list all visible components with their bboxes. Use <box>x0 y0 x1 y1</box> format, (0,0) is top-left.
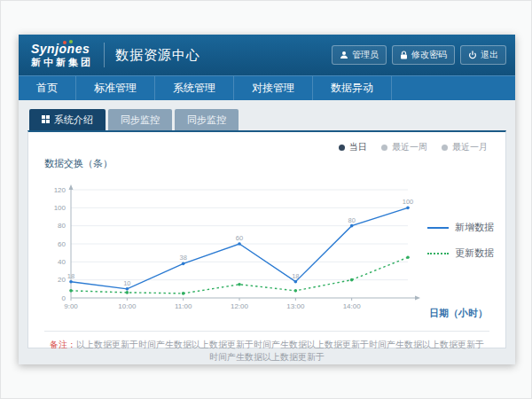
svg-text:10: 10 <box>123 279 130 287</box>
desktop-background: Synjones 新中新集团 数据资源中心 管理员 修改密码 <box>0 0 532 399</box>
tab-bar: 系统介绍 同步监控 同步监控 <box>27 109 506 130</box>
solid-line-swatch-icon <box>427 227 449 229</box>
period-filter-label: 最近一月 <box>452 141 488 153</box>
chart-panel: 当日 最近一周 最近一月 数据交换（条） 0204060801001209:00… <box>27 130 506 348</box>
app-window: Synjones 新中新集团 数据资源中心 管理员 修改密码 <box>19 35 515 364</box>
svg-text:38: 38 <box>179 254 186 262</box>
admin-user-button[interactable]: 管理员 <box>332 45 387 65</box>
main-nav: 首页 标准管理 系统管理 对接管理 数据异动 <box>19 75 515 100</box>
svg-text:18: 18 <box>67 272 74 280</box>
nav-item-home[interactable]: 首页 <box>19 76 76 100</box>
svg-text:12:00: 12:00 <box>231 302 249 310</box>
svg-text:120: 120 <box>54 186 66 194</box>
series-label: 更新数据 <box>455 246 494 260</box>
logout-button[interactable]: 退出 <box>460 45 506 65</box>
grid-icon <box>42 114 50 125</box>
dot-icon <box>442 145 448 151</box>
period-filter-label: 当日 <box>349 141 367 153</box>
svg-text:60: 60 <box>58 240 66 248</box>
header: Synjones 新中新集团 数据资源中心 管理员 修改密码 <box>19 35 515 75</box>
period-filter-last-month[interactable]: 最近一月 <box>442 141 488 153</box>
svg-text:100: 100 <box>54 204 66 212</box>
change-password-label: 修改密码 <box>411 49 447 61</box>
series-label: 新增数据 <box>455 221 494 234</box>
svg-text:80: 80 <box>58 222 66 230</box>
dotted-line-swatch-icon <box>427 253 449 254</box>
logo-green-dot-icon <box>69 40 73 43</box>
logout-label: 退出 <box>481 49 498 61</box>
logo-subtext: 新中新集团 <box>31 58 93 68</box>
period-filter-last-week[interactable]: 最近一周 <box>381 141 427 153</box>
svg-text:14:00: 14:00 <box>343 302 362 310</box>
page-title: 数据资源中心 <box>115 47 200 64</box>
tab-sync-monitor-1[interactable]: 同步监控 <box>108 109 172 130</box>
tab-label: 同步监控 <box>187 113 226 127</box>
content-area: 系统介绍 同步监控 同步监控 当日 最 <box>19 100 515 364</box>
lock-icon <box>400 51 408 59</box>
nav-item-data-changes[interactable]: 数据异动 <box>313 76 392 100</box>
logo: Synjones 新中新集团 <box>27 43 93 67</box>
period-filter-today[interactable]: 当日 <box>339 141 367 153</box>
logo-text: Synjones <box>31 42 90 56</box>
period-filter-label: 最近一周 <box>392 141 427 153</box>
line-chart: 0204060801001209:0010:0011:0012:0013:001… <box>41 172 424 321</box>
tab-label: 同步监控 <box>121 113 160 127</box>
admin-user-label: 管理员 <box>352 49 379 61</box>
power-icon <box>468 51 477 59</box>
tab-label: 系统介绍 <box>54 113 93 127</box>
svg-text:9:00: 9:00 <box>64 302 78 310</box>
divider <box>44 331 489 332</box>
footnote-text: 以上数据更新于时间产生数据以上数据更新于时间产生数据以上数据更新于时间产生数据以… <box>76 340 484 362</box>
legend-item-updated-data: 更新数据 <box>427 246 494 260</box>
svg-text:0: 0 <box>62 294 66 302</box>
y-axis-title: 数据交换（条） <box>44 157 493 170</box>
period-filter-legend: 当日 最近一周 最近一月 <box>41 137 493 153</box>
dot-icon <box>339 145 345 151</box>
user-icon <box>340 51 348 59</box>
svg-text:20: 20 <box>58 276 66 284</box>
dot-icon <box>381 145 387 151</box>
svg-text:18: 18 <box>292 272 299 280</box>
legend-item-new-data: 新增数据 <box>427 221 494 234</box>
footnote-label: 备注： <box>50 340 76 349</box>
svg-text:13:00: 13:00 <box>286 302 305 310</box>
svg-text:11:00: 11:00 <box>175 302 192 310</box>
chart-row: 0204060801001209:0010:0011:0012:0013:001… <box>41 172 493 321</box>
footnote: 备注：以上数据更新于时间产生数据以上数据更新于时间产生数据以上数据更新于时间产生… <box>41 339 493 364</box>
nav-item-integration-mgmt[interactable]: 对接管理 <box>234 76 313 100</box>
tab-sync-monitor-2[interactable]: 同步监控 <box>175 109 239 130</box>
header-divider <box>104 43 105 67</box>
nav-item-standard-mgmt[interactable]: 标准管理 <box>76 76 155 100</box>
series-legend: 新增数据 更新数据 <box>427 221 494 260</box>
svg-text:100: 100 <box>403 198 414 206</box>
change-password-button[interactable]: 修改密码 <box>392 45 455 65</box>
svg-text:60: 60 <box>236 234 243 242</box>
svg-text:40: 40 <box>58 258 66 266</box>
svg-text:80: 80 <box>348 216 355 224</box>
logo-red-dot-icon <box>63 41 66 44</box>
logo-wordmark: Synjones <box>31 43 93 56</box>
svg-text:10:00: 10:00 <box>118 302 137 310</box>
nav-item-system-mgmt[interactable]: 系统管理 <box>155 76 234 100</box>
tab-system-intro[interactable]: 系统介绍 <box>29 109 106 130</box>
